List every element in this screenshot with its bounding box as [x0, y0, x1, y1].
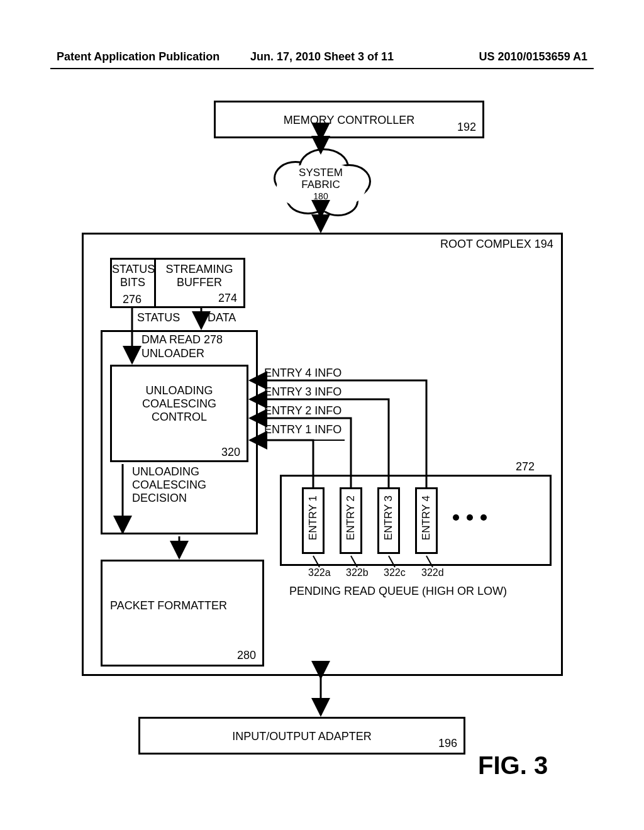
io-adapter-label: INPUT/OUTPUT ADAPTER — [140, 730, 464, 743]
header-center: Jun. 17, 2010 Sheet 3 of 11 — [233, 50, 410, 64]
entry1-box: ENTRY 1 — [302, 487, 325, 554]
entry1-info-label: ENTRY 1 INFO — [264, 423, 341, 436]
status-bits-ref: 276 — [113, 293, 151, 306]
entry4-info-label: ENTRY 4 INFO — [264, 367, 341, 380]
memory-controller-label: MEMORY CONTROLLER — [216, 114, 482, 127]
entry3-info-label: ENTRY 3 INFO — [264, 385, 341, 399]
header-left: Patent Application Publication — [57, 50, 233, 64]
entry3-box: ENTRY 3 — [377, 487, 400, 554]
memory-controller-box: MEMORY CONTROLLER 192 — [214, 101, 484, 138]
data-signal-label: DATA — [208, 311, 236, 324]
figure-label: FIG. 3 — [478, 751, 548, 780]
header-rule — [50, 68, 594, 69]
pending-queue-ref: 272 — [516, 460, 535, 473]
status-bits-label: STATUS BITS — [112, 263, 153, 289]
system-fabric-cloud: SYSTEM FABRIC 180 — [267, 148, 374, 218]
pending-queue-left — [280, 475, 282, 566]
ellipsis-icon — [453, 514, 487, 521]
unloader-label: UNLOADER — [142, 347, 204, 360]
status-signal-label: STATUS — [137, 311, 180, 324]
entry4-ref: 322d — [421, 567, 444, 578]
unloading-control-label: UNLOADING COALESCING CONTROL — [112, 384, 247, 424]
system-fabric-label: SYSTEM FABRIC 180 — [267, 167, 374, 202]
entry2-box: ENTRY 2 — [340, 487, 362, 554]
entry1-ref: 322a — [308, 567, 331, 578]
unloading-control-box: UNLOADING COALESCING CONTROL 320 — [110, 365, 248, 462]
streaming-buffer-label: STREAMING BUFFER — [158, 263, 240, 289]
packet-formatter-box: PACKET FORMATTER 280 — [101, 560, 264, 667]
unloading-decision-label: UNLOADING COALESCING DECISION — [132, 465, 206, 505]
entry3-ref: 322c — [384, 567, 406, 578]
packet-formatter-label: PACKET FORMATTER — [110, 599, 227, 612]
entry4-box: ENTRY 4 — [415, 487, 438, 554]
page-header: Patent Application Publication Jun. 17, … — [0, 50, 644, 64]
unloading-control-ref: 320 — [221, 446, 240, 459]
header-right: US 2010/0153659 A1 — [411, 50, 587, 64]
packet-formatter-ref: 280 — [237, 649, 256, 662]
io-adapter-ref: 196 — [438, 737, 457, 750]
root-complex-label: ROOT COMPLEX 194 — [440, 238, 553, 251]
io-adapter-box: INPUT/OUTPUT ADAPTER 196 — [138, 717, 465, 755]
dma-read-label: DMA READ 278 — [142, 333, 223, 346]
memory-controller-ref: 192 — [457, 121, 476, 134]
pending-queue-label: PENDING READ QUEUE (HIGH OR LOW) — [289, 585, 507, 598]
pending-queue-top — [280, 475, 552, 477]
streaming-buffer-ref: 274 — [218, 292, 237, 305]
entry2-ref: 322b — [346, 567, 369, 578]
pending-queue-bottom — [280, 564, 552, 566]
entry2-info-label: ENTRY 2 INFO — [264, 404, 341, 418]
